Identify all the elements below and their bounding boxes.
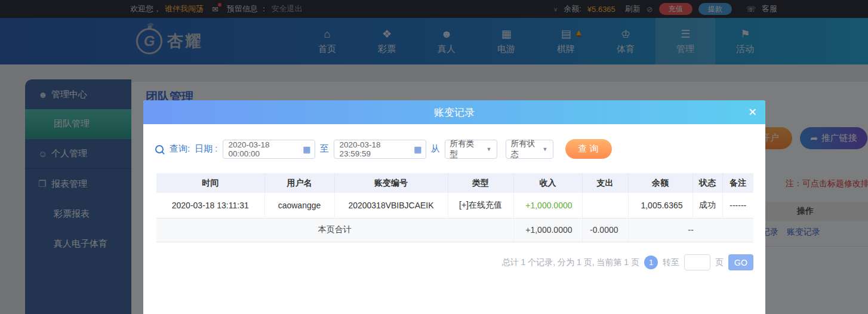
- date-from-input[interactable]: 2020-03-18 00:00:00 ▦: [223, 140, 315, 159]
- calendar-icon[interactable]: ▦: [303, 144, 310, 154]
- goto-label: 转至: [663, 257, 679, 268]
- col-expense: 支出: [582, 173, 628, 193]
- goto-page-input[interactable]: [684, 254, 710, 270]
- col-type: 类型: [448, 173, 513, 193]
- table-row: 2020-03-18 13:11:31 caowangge 20200318VB…: [156, 193, 753, 218]
- chevron-down-icon: ▼: [487, 146, 492, 152]
- col-time: 时间: [156, 173, 264, 193]
- cell-time: 2020-03-18 13:11:31: [156, 193, 264, 218]
- to-label: 至: [320, 143, 329, 155]
- cell-type: [+]在线充值: [448, 193, 513, 218]
- status-select[interactable]: 所有状态 ▼: [506, 140, 553, 159]
- account-change-modal: 账变记录 ✕ 查询: 日期 : 2020-03-18 00:00:00 ▦ 至 …: [143, 100, 765, 314]
- close-icon[interactable]: ✕: [748, 100, 757, 124]
- filter-row: 查询: 日期 : 2020-03-18 00:00:00 ▦ 至 2020-03…: [155, 139, 765, 159]
- cell-status: 成功: [692, 193, 722, 218]
- cell-change-no: 20200318VBIBJCAEIK: [334, 193, 448, 218]
- type-select[interactable]: 所有类型 ▼: [445, 140, 497, 159]
- cell-remark: ------: [722, 193, 753, 218]
- cell-income: +1,000.0000: [513, 193, 582, 218]
- date-label: 日期 :: [195, 143, 217, 155]
- table-header-row: 时间 用户名 账变编号 类型 收入 支出 余额 状态 备注: [156, 173, 753, 193]
- query-button[interactable]: 查 询: [565, 139, 612, 159]
- col-income: 收入: [513, 173, 582, 193]
- go-button[interactable]: GO: [728, 254, 753, 270]
- modal-header: 账变记录 ✕: [143, 100, 765, 124]
- footer-expense: -0.0000: [582, 218, 628, 242]
- records-table: 时间 用户名 账变编号 类型 收入 支出 余额 状态 备注 2020-03-18…: [156, 173, 753, 242]
- table-footer-row: 本页合计 +1,000.0000 -0.0000 --: [156, 218, 753, 242]
- footer-income: +1,000.0000: [513, 218, 582, 242]
- footer-balance: --: [628, 218, 753, 242]
- modal-title: 账变记录: [434, 106, 475, 119]
- cell-expense: [582, 193, 628, 218]
- date-to-input[interactable]: 2020-03-18 23:59:59 ▦: [334, 140, 426, 159]
- calendar-icon[interactable]: ▦: [414, 144, 421, 154]
- app-root: 欢迎您， 谁伴我闯荡 ✉ 预留信息 ： 安全退出 ∨ 余额: ¥5.6365 刷…: [0, 0, 868, 314]
- pagination-summary: 总计 1 个记录, 分为 1 页, 当前第 1 页: [502, 257, 639, 268]
- col-remark: 备注: [722, 173, 753, 193]
- search-icon: [155, 145, 164, 153]
- col-balance: 余额: [628, 173, 692, 193]
- search-label: 查询:: [170, 143, 190, 155]
- from-label: 从: [431, 143, 440, 155]
- cell-balance: 1,005.6365: [628, 193, 692, 218]
- col-status: 状态: [692, 173, 722, 193]
- col-username: 用户名: [264, 173, 334, 193]
- pagination: 总计 1 个记录, 分为 1 页, 当前第 1 页 1 转至 页 GO: [502, 254, 753, 270]
- footer-label: 本页合计: [156, 218, 513, 242]
- chevron-down-icon: ▼: [543, 146, 548, 152]
- page-number-button[interactable]: 1: [644, 255, 658, 269]
- col-change-no: 账变编号: [334, 173, 448, 193]
- cell-username: caowangge: [264, 193, 334, 218]
- page-unit-label: 页: [715, 257, 724, 268]
